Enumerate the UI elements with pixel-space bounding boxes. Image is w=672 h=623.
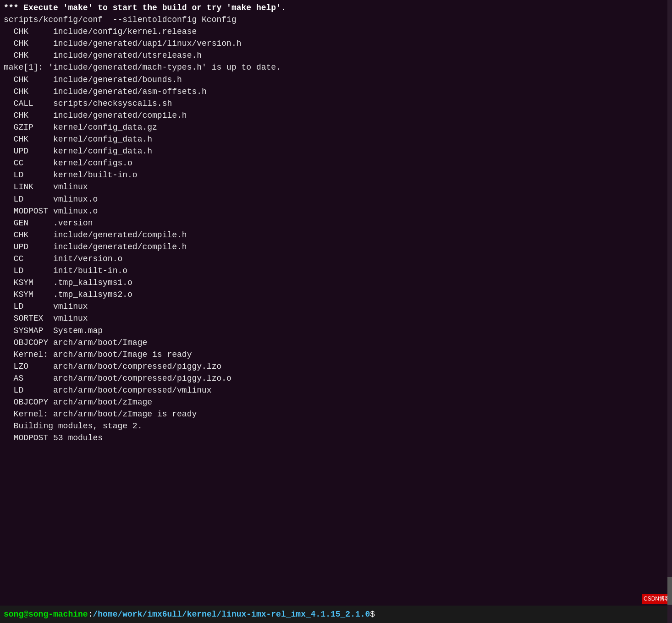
terminal: *** Execute 'make' to start the build or…	[0, 0, 672, 623]
terminal-line: CC init/version.o	[4, 253, 668, 265]
terminal-line: CALL scripts/checksyscalls.sh	[4, 98, 668, 109]
prompt-user: song@song-machine	[4, 610, 88, 619]
terminal-line: scripts/kconfig/conf --silentoldconfig K…	[4, 14, 668, 26]
terminal-line: CHK include/generated/utsrelease.h	[4, 49, 668, 61]
scrollbar-thumb[interactable]	[667, 577, 672, 605]
terminal-line: CHK include/generated/uapi/linux/version…	[4, 38, 668, 49]
terminal-line: LZO arch/arm/boot/compressed/piggy.lzo	[4, 361, 668, 372]
terminal-line: MODPOST 53 modules	[4, 432, 668, 444]
prompt-separator: :	[88, 610, 93, 619]
terminal-line: make[1]: 'include/generated/mach-types.h…	[4, 61, 668, 73]
terminal-line: OBJCOPY arch/arm/boot/zImage	[4, 396, 668, 408]
terminal-line: LD arch/arm/boot/compressed/vmlinux	[4, 384, 668, 396]
terminal-line: CC kernel/configs.o	[4, 157, 668, 169]
terminal-output: *** Execute 'make' to start the build or…	[0, 0, 672, 446]
prompt-path: /home/work/imx6ull/kernel/linux-imx-rel_…	[93, 610, 370, 619]
terminal-line: UPD kernel/config_data.h	[4, 145, 668, 157]
terminal-line: Kernel: arch/arm/boot/zImage is ready	[4, 408, 668, 420]
terminal-line: LD vmlinux.o	[4, 193, 668, 205]
terminal-line: CHK include/generated/compile.h	[4, 109, 668, 121]
terminal-line: CHK include/generated/asm-offsets.h	[4, 86, 668, 98]
terminal-line: LD kernel/built-in.o	[4, 169, 668, 181]
terminal-line: *** Execute 'make' to start the build or…	[4, 2, 668, 14]
terminal-line: LD init/built-in.o	[4, 265, 668, 277]
terminal-line: LD vmlinux	[4, 301, 668, 312]
terminal-line: GEN .version	[4, 217, 668, 229]
terminal-line: CHK include/generated/bounds.h	[4, 74, 668, 86]
terminal-line: SORTEX vmlinux	[4, 312, 668, 324]
terminal-line: AS arch/arm/boot/compressed/piggy.lzo.o	[4, 372, 668, 384]
terminal-line: CHK include/generated/compile.h	[4, 229, 668, 241]
scrollbar[interactable]	[667, 0, 672, 623]
terminal-line: KSYM .tmp_kallsyms2.o	[4, 289, 668, 301]
prompt-dollar: $	[370, 610, 375, 619]
terminal-line: Kernel: arch/arm/boot/Image is ready	[4, 349, 668, 361]
terminal-line: OBJCOPY arch/arm/boot/Image	[4, 337, 668, 349]
terminal-line: GZIP kernel/config_data.gz	[4, 121, 668, 133]
terminal-line: LINK vmlinux	[4, 181, 668, 193]
terminal-line: CHK include/config/kernel.release	[4, 26, 668, 38]
terminal-line: CHK kernel/config_data.h	[4, 133, 668, 145]
terminal-line: UPD include/generated/compile.h	[4, 241, 668, 253]
terminal-line: MODPOST vmlinux.o	[4, 205, 668, 217]
terminal-line: SYSMAP System.map	[4, 325, 668, 337]
terminal-line: Building modules, stage 2.	[4, 420, 668, 432]
terminal-line: KSYM .tmp_kallsyms1.o	[4, 277, 668, 289]
command-prompt[interactable]: song@song-machine : /home/work/imx6ull/k…	[0, 606, 672, 623]
